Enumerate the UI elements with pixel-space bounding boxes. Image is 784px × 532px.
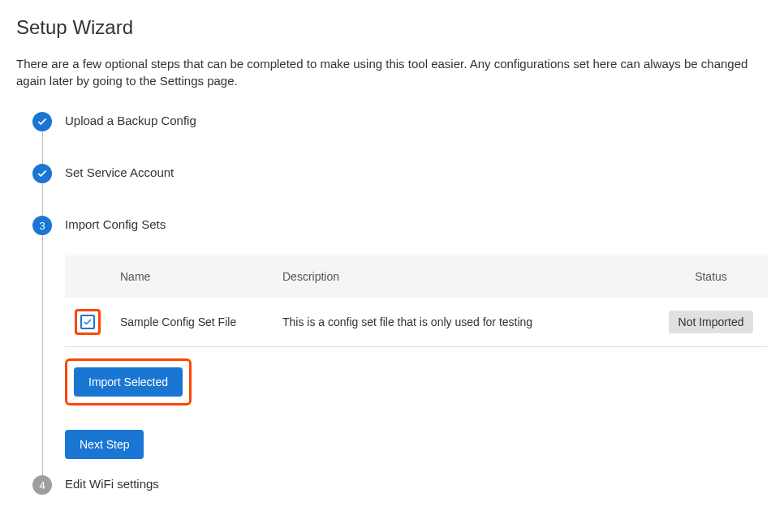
table-row: Sample Config Set File This is a config … xyxy=(65,298,768,347)
highlight-box xyxy=(75,309,101,335)
step-circle-done xyxy=(32,164,52,183)
table-header-name: Name xyxy=(110,255,273,298)
table-header-status: Status xyxy=(654,255,768,298)
step-wifi-settings: 4 Edit WiFi settings xyxy=(32,475,768,507)
step-circle-active: 3 xyxy=(32,216,52,235)
check-icon xyxy=(37,116,48,127)
step-service-account: Set Service Account xyxy=(32,164,768,216)
row-checkbox[interactable] xyxy=(80,315,95,329)
table-header-checkbox xyxy=(65,255,110,298)
step-circle-pending: 4 xyxy=(32,475,52,495)
step-circle-done xyxy=(32,112,52,131)
highlight-box: Import Selected xyxy=(65,358,192,405)
step-upload-backup: Upload a Backup Config xyxy=(32,112,768,164)
setup-stepper: Upload a Backup Config Set Service Accou… xyxy=(32,112,768,507)
check-icon xyxy=(37,168,48,179)
page-title: Setup Wizard xyxy=(16,16,768,39)
status-badge: Not Imported xyxy=(669,311,754,333)
table-header-description: Description xyxy=(273,255,654,298)
page-description: There are a few optional steps that can … xyxy=(16,55,768,89)
step-connector xyxy=(42,183,43,216)
step-connector xyxy=(42,131,43,164)
row-description: This is a config set file that is only u… xyxy=(273,298,654,347)
step-label: Set Service Account xyxy=(65,164,768,179)
next-step-button[interactable]: Next Step xyxy=(65,430,144,459)
import-selected-button[interactable]: Import Selected xyxy=(74,367,183,397)
step-connector xyxy=(42,235,43,475)
check-icon xyxy=(83,317,93,327)
step-import-config: 3 Import Config Sets Name Description St… xyxy=(32,216,768,475)
config-sets-table: Name Description Status xyxy=(65,255,768,347)
step-label: Upload a Backup Config xyxy=(65,112,768,127)
step-label: Import Config Sets xyxy=(65,216,768,231)
step-label: Edit WiFi settings xyxy=(65,475,768,491)
row-name: Sample Config Set File xyxy=(110,298,273,347)
